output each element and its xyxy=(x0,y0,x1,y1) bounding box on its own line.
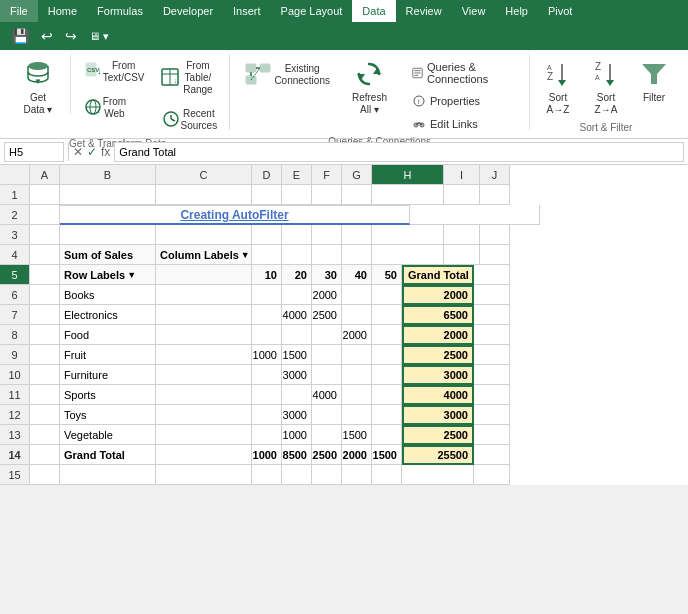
cell-c13[interactable] xyxy=(156,425,252,445)
cell-h15[interactable] xyxy=(402,465,474,485)
cell-c10[interactable] xyxy=(156,365,252,385)
cell-a7[interactable] xyxy=(30,305,60,325)
cell-a10[interactable] xyxy=(30,365,60,385)
confirm-formula-icon[interactable]: ✓ xyxy=(87,145,97,159)
cell-g15[interactable] xyxy=(342,465,372,485)
cell-g9[interactable] xyxy=(342,345,372,365)
queries-connections-button[interactable]: Queries & Connections xyxy=(405,58,523,88)
cell-a2[interactable] xyxy=(30,205,60,225)
cell-i4[interactable] xyxy=(444,245,480,265)
col-header-i[interactable]: I xyxy=(444,165,480,185)
cell-a14[interactable] xyxy=(30,445,60,465)
cancel-formula-icon[interactable]: ✕ xyxy=(73,145,83,159)
cell-g7b[interactable] xyxy=(372,305,402,325)
cell-f12[interactable] xyxy=(312,405,342,425)
row-num-3[interactable]: 3 xyxy=(0,225,30,245)
col-header-d[interactable]: D xyxy=(252,165,282,185)
cell-h12[interactable]: 3000 xyxy=(402,405,474,425)
cell-g9b[interactable] xyxy=(372,345,402,365)
cell-b1[interactable] xyxy=(60,185,156,205)
cell-a13[interactable] xyxy=(30,425,60,445)
cell-g5[interactable]: 40 xyxy=(342,265,372,285)
row-num-4[interactable]: 4 xyxy=(0,245,30,265)
col-header-e[interactable]: E xyxy=(282,165,312,185)
cell-g10[interactable] xyxy=(342,365,372,385)
cell-i8[interactable] xyxy=(474,325,510,345)
cell-a6[interactable] xyxy=(30,285,60,305)
cell-e12[interactable]: 3000 xyxy=(282,405,312,425)
cell-c6[interactable] xyxy=(156,285,252,305)
cell-g10b[interactable] xyxy=(372,365,402,385)
cell-g7[interactable] xyxy=(342,305,372,325)
cell-i11[interactable] xyxy=(474,385,510,405)
cell-a3[interactable] xyxy=(30,225,60,245)
cell-g14b[interactable]: 1500 xyxy=(372,445,402,465)
menu-review[interactable]: Review xyxy=(396,0,452,22)
formula-input[interactable] xyxy=(114,142,684,162)
cell-h5[interactable]: Grand Total xyxy=(402,265,474,285)
cell-i12[interactable] xyxy=(474,405,510,425)
cell-e14[interactable]: 8500 xyxy=(282,445,312,465)
cell-g6[interactable] xyxy=(342,285,372,305)
cell-i15[interactable] xyxy=(474,465,510,485)
cell-c8[interactable] xyxy=(156,325,252,345)
cell-d15[interactable] xyxy=(252,465,282,485)
cell-g8b[interactable] xyxy=(372,325,402,345)
row-num-8[interactable]: 8 xyxy=(0,325,30,345)
cell-b7[interactable]: Electronics xyxy=(60,305,156,325)
from-web-button[interactable]: ↓ FromWeb xyxy=(77,90,151,124)
insert-function-icon[interactable]: fx xyxy=(101,145,110,159)
cell-a12[interactable] xyxy=(30,405,60,425)
cell-e1[interactable] xyxy=(282,185,312,205)
cell-c14[interactable] xyxy=(156,445,252,465)
cell-f11[interactable]: 4000 xyxy=(312,385,342,405)
cell-g12[interactable] xyxy=(342,405,372,425)
cell-e8[interactable] xyxy=(282,325,312,345)
get-data-button[interactable]: ▼ GetData ▾ xyxy=(12,54,64,120)
cell-h4[interactable] xyxy=(372,245,444,265)
cell-b15[interactable] xyxy=(60,465,156,485)
cell-b5[interactable]: Row Labels ▼ xyxy=(60,265,156,285)
edit-links-button[interactable]: Edit Links xyxy=(405,114,523,134)
menu-pivot[interactable]: Pivot xyxy=(538,0,582,22)
cell-b4[interactable]: Sum of Sales xyxy=(60,245,156,265)
cell-i1[interactable] xyxy=(444,185,480,205)
cell-d10[interactable] xyxy=(252,365,282,385)
row-num-1[interactable]: 1 xyxy=(0,185,30,205)
cell-a4[interactable] xyxy=(30,245,60,265)
cell-reference-input[interactable] xyxy=(4,142,64,162)
cell-i5[interactable] xyxy=(474,265,510,285)
cell-e7[interactable]: 4000 xyxy=(282,305,312,325)
menu-file[interactable]: File xyxy=(0,0,38,22)
save-button[interactable]: 💾 xyxy=(8,26,33,46)
filter-button[interactable]: Filter xyxy=(632,54,676,108)
existing-connections-button[interactable]: ExistingConnections xyxy=(236,54,336,94)
cell-h6[interactable]: 2000 xyxy=(402,285,474,305)
cell-c4[interactable]: Column Labels ▼ xyxy=(156,245,252,265)
cell-h11[interactable]: 4000 xyxy=(402,385,474,405)
cell-g14[interactable]: 2000 xyxy=(342,445,372,465)
cell-b13[interactable]: Vegetable xyxy=(60,425,156,445)
cell-j2[interactable] xyxy=(410,205,540,225)
col-header-b[interactable]: B xyxy=(60,165,156,185)
cell-f15[interactable] xyxy=(312,465,342,485)
cell-g13b[interactable] xyxy=(372,425,402,445)
cell-g6b[interactable] xyxy=(372,285,402,305)
cell-f9[interactable] xyxy=(312,345,342,365)
cell-f13[interactable] xyxy=(312,425,342,445)
cell-f14[interactable]: 12500 xyxy=(312,445,342,465)
cell-e10[interactable]: 3000 xyxy=(282,365,312,385)
from-table-button[interactable]: ↓ From Table/Range xyxy=(155,54,224,100)
cell-h1[interactable] xyxy=(372,185,444,205)
row-num-9[interactable]: 9 xyxy=(0,345,30,365)
cell-e6[interactable] xyxy=(282,285,312,305)
cell-b12[interactable]: Toys xyxy=(60,405,156,425)
recent-sources-button[interactable]: RecentSources xyxy=(155,102,224,136)
cell-g1[interactable] xyxy=(342,185,372,205)
cell-f1[interactable] xyxy=(312,185,342,205)
cell-e13[interactable]: 1000 xyxy=(282,425,312,445)
cell-e3[interactable] xyxy=(282,225,312,245)
cell-c1[interactable] xyxy=(156,185,252,205)
cell-c9[interactable] xyxy=(156,345,252,365)
sort-asc-button[interactable]: A Z SortA→Z xyxy=(536,54,580,120)
